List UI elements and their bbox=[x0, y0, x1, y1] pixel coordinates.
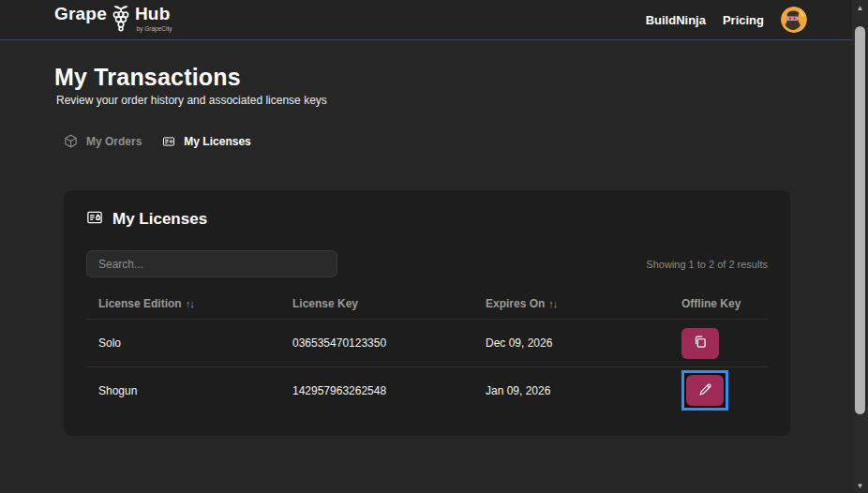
expires-on-value: Jan 09, 2026 bbox=[473, 384, 669, 397]
my-licenses-card: My Licenses Showing 1 to 2 of 2 results … bbox=[64, 190, 790, 436]
license-key-value: 036535470123350 bbox=[280, 336, 473, 350]
sort-icon[interactable]: ↑↓ bbox=[548, 298, 557, 309]
table-row: Solo 036535470123350 Dec 09, 2026 bbox=[86, 320, 768, 366]
highlight-box bbox=[681, 370, 728, 411]
column-header-license-key: License Key bbox=[280, 297, 473, 310]
copy-offline-key-button[interactable] bbox=[681, 328, 719, 359]
column-header-offline-key: Offline Key bbox=[669, 297, 768, 310]
column-header-expires-on[interactable]: Expires On↑↓ bbox=[473, 297, 669, 310]
scroll-up-arrow-icon[interactable]: ▲ bbox=[852, 0, 868, 15]
grape-bunch-icon bbox=[109, 4, 133, 36]
nav-links: BuildNinja Pricing bbox=[646, 7, 807, 33]
pencil-icon bbox=[697, 381, 713, 400]
package-icon bbox=[64, 134, 78, 148]
logo-text-grape: Grape bbox=[54, 4, 107, 24]
card-toolbar: Showing 1 to 2 of 2 results bbox=[86, 250, 768, 277]
column-header-license-edition[interactable]: License Edition↑↓ bbox=[86, 297, 280, 310]
logo-text-hub: Hub bbox=[135, 4, 171, 23]
offline-key-cell bbox=[669, 370, 768, 411]
tab-my-orders[interactable]: My Orders bbox=[64, 134, 142, 148]
page-title: My Transactions bbox=[54, 64, 241, 91]
results-count: Showing 1 to 2 of 2 results bbox=[646, 259, 768, 270]
grapehub-logo[interactable]: Grape Hub by GrapeCity bbox=[54, 4, 170, 36]
edit-offline-key-button[interactable] bbox=[686, 375, 724, 406]
nav-link-buildninja[interactable]: BuildNinja bbox=[646, 13, 706, 27]
card-header: My Licenses bbox=[86, 209, 768, 230]
sort-icon[interactable]: ↑↓ bbox=[186, 298, 194, 309]
logo-byline: by GrapeCity bbox=[137, 25, 172, 32]
copy-icon bbox=[693, 334, 709, 352]
license-edition-value: Solo bbox=[86, 336, 280, 350]
scrollbar-thumb[interactable] bbox=[855, 26, 865, 414]
table-header-row: License Edition↑↓ License Key Expires On… bbox=[86, 289, 768, 320]
ninja-avatar[interactable] bbox=[781, 7, 807, 33]
top-nav: Grape Hub by GrapeCity bbox=[0, 0, 852, 40]
page: Grape Hub by GrapeCity bbox=[0, 0, 868, 493]
license-key-value: 142957963262548 bbox=[280, 384, 473, 397]
id-card-icon bbox=[162, 135, 175, 148]
tab-my-orders-label: My Orders bbox=[86, 135, 142, 148]
id-card-icon bbox=[86, 209, 103, 230]
vertical-scrollbar: ▲ ▼ bbox=[852, 0, 868, 493]
licenses-table: License Edition↑↓ License Key Expires On… bbox=[86, 289, 768, 413]
table-row: Shogun 142957963262548 Jan 09, 2026 bbox=[86, 366, 768, 413]
tab-my-licenses-label: My Licenses bbox=[184, 135, 250, 148]
card-title: My Licenses bbox=[112, 210, 207, 229]
search-input[interactable] bbox=[86, 250, 337, 277]
expires-on-value: Dec 09, 2026 bbox=[473, 336, 669, 350]
scroll-down-arrow-icon[interactable]: ▼ bbox=[852, 478, 868, 493]
page-subtitle: Review your order history and associated… bbox=[56, 94, 327, 107]
nav-link-pricing[interactable]: Pricing bbox=[723, 13, 764, 27]
tab-bar: My Orders My Licenses bbox=[64, 134, 251, 148]
tab-my-licenses[interactable]: My Licenses bbox=[162, 135, 250, 148]
offline-key-cell bbox=[669, 328, 768, 359]
license-edition-value: Shogun bbox=[86, 384, 280, 397]
